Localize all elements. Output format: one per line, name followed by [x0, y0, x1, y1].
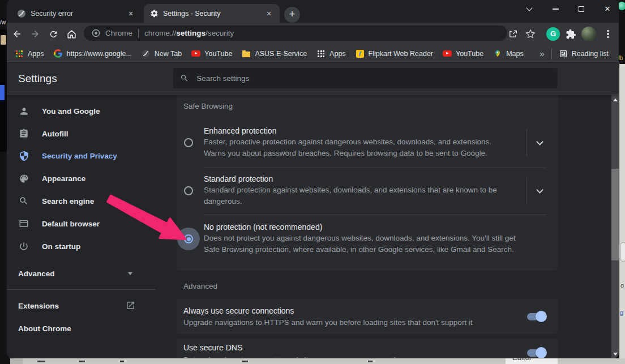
google-g-icon	[54, 49, 63, 58]
youtube-icon	[443, 49, 452, 58]
sidebar-item-extensions[interactable]: Extensions	[7, 294, 177, 317]
home-icon	[66, 29, 77, 40]
maps-pin-icon	[493, 49, 502, 58]
sidebar-item-security-and-privacy[interactable]: Security and Privacy	[7, 144, 177, 167]
option-divider	[204, 215, 547, 215]
sidebar-item-advanced[interactable]: Advanced	[7, 262, 177, 285]
sidebar-item-autofill[interactable]: Autofill	[7, 122, 177, 145]
power-icon	[18, 241, 29, 252]
row-divider	[526, 177, 527, 204]
bookmark-star-button[interactable]	[523, 26, 538, 42]
reload-button[interactable]	[45, 26, 61, 42]
chevron-down-icon	[536, 186, 543, 194]
bookmark-apps[interactable]: Apps	[15, 49, 44, 58]
address-bar[interactable]: Chrome chrome://settings/security	[84, 25, 507, 41]
sidebar-item-on-startup[interactable]: On startup	[7, 235, 177, 258]
row-desc: Determines how to connect to websites ov…	[183, 354, 546, 358]
chevron-down-icon	[536, 138, 543, 145]
scrollbar-up-arrow[interactable]	[613, 99, 618, 101]
browser-window-icon	[18, 218, 29, 229]
background-fragment	[37, 361, 45, 362]
bookmarks-bar: Apps https://www.google... New Tab YouTu…	[7, 45, 619, 62]
tab-title: Settings - Security	[163, 10, 260, 18]
bookmarks-overflow-button[interactable]: »	[540, 49, 544, 58]
maximize-button[interactable]	[570, 0, 593, 18]
background-fragment	[120, 361, 124, 362]
site-label: Chrome	[105, 29, 132, 37]
sidebar-item-default-browser[interactable]: Default browser	[7, 212, 177, 235]
bookmark-asus-e-service[interactable]: ASUS E-Service	[242, 49, 307, 58]
background-fragment	[79, 361, 85, 362]
toggle-secure-connections[interactable]	[527, 313, 545, 320]
maximize-icon	[579, 6, 584, 12]
bookmark-youtube-2[interactable]: YouTube	[443, 49, 483, 58]
row-desc: Upgrade navigations to HTTPS and warn yo…	[183, 317, 546, 328]
option-title: No protection (not recommended)	[204, 222, 322, 232]
secure-connections-card	[177, 299, 558, 334]
sidebar-item-appearance[interactable]: Appearance	[7, 167, 177, 190]
forward-icon	[30, 29, 40, 39]
new-tab-button[interactable]: +	[284, 7, 300, 23]
scrollbar-down-arrow[interactable]	[613, 353, 618, 356]
search-icon	[180, 74, 189, 83]
sidebar-item-about-chrome[interactable]: About Chrome	[7, 317, 177, 340]
background-fragment: /w	[0, 19, 6, 25]
scrollbar-thumb[interactable]	[611, 169, 619, 260]
radio-standard-protection[interactable]	[184, 186, 193, 195]
bookmark-youtube[interactable]: YouTube	[191, 49, 232, 58]
tab-security-error[interactable]: Security error ×	[11, 4, 142, 23]
reading-list-button[interactable]: Reading list	[559, 49, 609, 58]
background-fragment	[1, 35, 6, 45]
omnibox-divider	[138, 29, 139, 38]
tab-settings-security[interactable]: Settings - Security ×	[144, 4, 280, 23]
minimize-button[interactable]	[544, 0, 567, 18]
background-fragment	[10, 358, 23, 364]
grammarly-extension-icon[interactable]: G	[546, 27, 560, 41]
bookmark-flipkart[interactable]: f Flipkart Web Reader	[356, 49, 433, 58]
browser-toolbar: Chrome chrome://settings/security G	[7, 23, 619, 45]
background-fragment	[242, 361, 248, 362]
close-icon: ×	[605, 3, 610, 15]
reload-icon	[49, 29, 58, 39]
search-input[interactable]	[195, 74, 551, 83]
radio-enhanced-protection[interactable]	[184, 138, 193, 147]
settings-search[interactable]	[173, 68, 558, 88]
browser-menu-button[interactable]	[600, 26, 616, 42]
profile-avatar[interactable]	[581, 27, 596, 41]
tab-search-button[interactable]	[518, 0, 541, 18]
bookmark-maps[interactable]: Maps	[493, 49, 524, 58]
bookmark-apps-2[interactable]: Apps	[316, 49, 346, 58]
background-fragment	[0, 85, 5, 100]
external-link-icon	[126, 301, 135, 312]
expand-enhanced-button[interactable]	[532, 135, 548, 151]
puzzle-icon	[566, 29, 576, 40]
extensions-puzzle-button[interactable]	[563, 26, 579, 42]
site-info-icon[interactable]	[92, 29, 100, 37]
forward-button[interactable]	[27, 26, 43, 42]
bookmark-google[interactable]: https://www.google...	[54, 49, 132, 58]
sidebar-item-search-engine[interactable]: Search engine	[7, 190, 177, 212]
option-title: Standard protection	[204, 174, 273, 183]
close-tab-icon[interactable]: ×	[126, 8, 136, 19]
close-window-button[interactable]: ×	[596, 0, 619, 18]
person-icon	[18, 105, 29, 117]
toggle-secure-dns[interactable]	[527, 349, 545, 357]
folder-icon	[242, 49, 251, 58]
background-fragment: g	[620, 309, 623, 316]
home-button[interactable]	[63, 26, 79, 42]
sidebar-item-you-and-google[interactable]: You and Google	[7, 100, 177, 122]
expand-standard-button[interactable]	[532, 183, 548, 199]
background-fragment: o	[620, 282, 624, 289]
tab-strip: Security error × Settings - Security × +…	[7, 0, 619, 23]
background-fragment	[619, 64, 625, 364]
tab-title: Security error	[31, 10, 122, 18]
bookmark-new-tab[interactable]: New Tab	[142, 49, 182, 58]
close-tab-icon[interactable]: ×	[264, 8, 274, 19]
radio-no-protection[interactable]	[184, 234, 193, 243]
share-icon	[508, 29, 518, 39]
minimize-icon	[553, 8, 559, 10]
option-desc: Standard protection against websites, do…	[204, 185, 510, 207]
share-button[interactable]	[505, 26, 521, 42]
section-header-advanced: Advanced	[183, 282, 217, 290]
back-button[interactable]	[9, 26, 25, 42]
